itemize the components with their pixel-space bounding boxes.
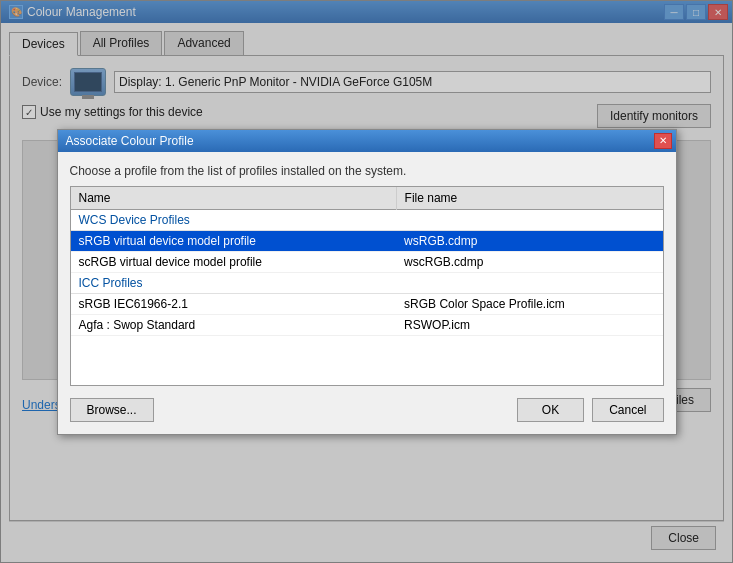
ok-cancel-group: OK Cancel — [517, 398, 664, 422]
associate-colour-profile-dialog: Associate Colour Profile ✕ Choose a prof… — [57, 129, 677, 435]
wcs-group-label: WCS Device Profiles — [71, 209, 663, 230]
dialog-description: Choose a profile from the list of profil… — [70, 164, 664, 178]
scrgb-virtual-row[interactable]: scRGB virtual device model profile wscRG… — [71, 251, 663, 272]
ok-button[interactable]: OK — [517, 398, 584, 422]
browse-button[interactable]: Browse... — [70, 398, 154, 422]
profile-table-header: Name File name — [71, 187, 663, 210]
agfa-file: RSWOP.icm — [396, 314, 662, 335]
srgb-virtual-name: sRGB virtual device model profile — [71, 230, 397, 251]
dialog-overlay: Associate Colour Profile ✕ Choose a prof… — [0, 0, 733, 563]
srgb-iec-row[interactable]: sRGB IEC61966-2.1 sRGB Color Space Profi… — [71, 293, 663, 314]
agfa-row[interactable]: Agfa : Swop Standard RSWOP.icm — [71, 314, 663, 335]
scrgb-virtual-file: wscRGB.cdmp — [396, 251, 662, 272]
scrgb-virtual-name: scRGB virtual device model profile — [71, 251, 397, 272]
profile-table-body: WCS Device Profiles sRGB virtual device … — [71, 209, 663, 335]
icc-group-header: ICC Profiles — [71, 272, 663, 293]
dialog-title-bar: Associate Colour Profile ✕ — [58, 130, 676, 152]
icc-group-label: ICC Profiles — [71, 272, 663, 293]
srgb-iec-name: sRGB IEC61966-2.1 — [71, 293, 397, 314]
dialog-title: Associate Colour Profile — [66, 134, 194, 148]
name-column-header: Name — [71, 187, 397, 210]
cancel-button[interactable]: Cancel — [592, 398, 663, 422]
filename-column-header: File name — [396, 187, 662, 210]
srgb-iec-file: sRGB Color Space Profile.icm — [396, 293, 662, 314]
dialog-close-button[interactable]: ✕ — [654, 133, 672, 149]
dialog-button-row: Browse... OK Cancel — [70, 398, 664, 422]
profile-table: Name File name WCS Device Profiles sRGB … — [71, 187, 663, 336]
srgb-virtual-row[interactable]: sRGB virtual device model profile wsRGB.… — [71, 230, 663, 251]
srgb-virtual-file: wsRGB.cdmp — [396, 230, 662, 251]
agfa-name: Agfa : Swop Standard — [71, 314, 397, 335]
wcs-group-header: WCS Device Profiles — [71, 209, 663, 230]
dialog-body: Choose a profile from the list of profil… — [58, 152, 676, 434]
profile-table-container[interactable]: Name File name WCS Device Profiles sRGB … — [70, 186, 664, 386]
